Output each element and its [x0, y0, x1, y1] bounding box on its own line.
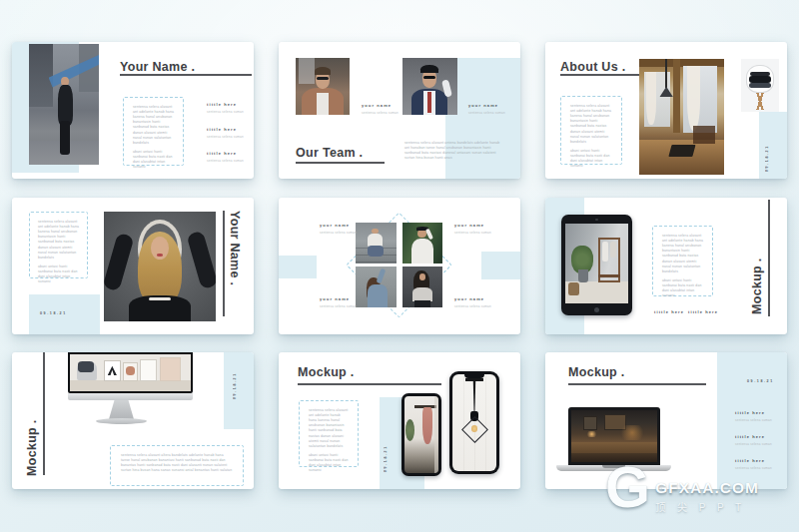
label-block: your name sentensa selena suman: [320, 296, 357, 308]
warm-glow: [618, 425, 646, 441]
tablet-screen-photo: [565, 224, 628, 303]
label-block: tittle here sentensa selena suman: [735, 434, 772, 446]
laptop-on-table: [668, 145, 695, 157]
label-block: tittle here sentensa selena suman: [735, 410, 772, 422]
label-your-name: your name: [454, 296, 491, 301]
label-block: tittle here: [654, 309, 684, 314]
slide-title-vertical: Mockup .: [26, 418, 40, 476]
imac-screen-photo: [70, 354, 191, 391]
tshirt-shape: [317, 93, 330, 115]
chair-legs: [748, 93, 772, 110]
greek-text: sentensa selera alasant ant adelante han…: [561, 97, 621, 179]
label-block: tittle here sentensa selena suman: [207, 102, 244, 114]
label-tittle-here: tittle here: [688, 309, 718, 314]
person-legs: [60, 121, 70, 155]
dashed-text-box: sentensa selera alasant ant adelante han…: [652, 226, 713, 296]
tie-shape: [427, 92, 431, 113]
workbench-shape: [571, 442, 657, 452]
phone-large-mockup: [449, 371, 499, 474]
curtain-shape: [687, 66, 701, 131]
slide-title: About Us .: [560, 61, 626, 75]
greek-paragraph: abani antasi hanti sanbanai bata nasti d…: [38, 265, 79, 284]
skirt-shape: [414, 300, 430, 307]
label-block: your name sentensa selena suman: [454, 296, 491, 308]
date-vertical: 09.18.21: [384, 438, 388, 472]
caption-line: sentensa selena suman: [207, 110, 244, 114]
slide-6-mockup-tablet[interactable]: sentensa selera alasant ant adelante han…: [545, 198, 787, 334]
dashed-text-box: sentensa selera alasant ant adelante han…: [123, 97, 184, 166]
tshirt-shape: [368, 234, 383, 246]
label-your-name: your name: [320, 223, 357, 228]
greek-paragraph: sentensa selera alasant ant adelante han…: [133, 105, 174, 146]
slide-3-about-us[interactable]: About Us . sentensa selera alasant ant a…: [545, 42, 787, 179]
blouse-shape: [412, 287, 433, 301]
photo-man-plants: [402, 223, 442, 264]
caption-line: sentensa selena suman: [362, 111, 399, 115]
folded-clothes: [749, 76, 772, 82]
plant-shape: [405, 419, 414, 441]
hair-shape: [420, 65, 438, 74]
sunglasses-shape: [317, 77, 329, 80]
phone-notch: [464, 374, 484, 378]
dashed-text-box: sentensa selera alasant ant adelante han…: [560, 96, 622, 165]
caption-line: sentensa selena suman: [207, 135, 244, 139]
lamp-glow: [586, 431, 596, 437]
denim-jacket: [368, 284, 388, 307]
caption-line: sentensa selena suman: [735, 442, 772, 446]
label-block: your name sentensa selena suman: [454, 223, 491, 235]
slide-1-your-name[interactable]: Your Name . sentensa selera alasant ant …: [12, 42, 254, 179]
photo-team-member-1: [296, 58, 350, 115]
slide-title-vertical: Mockup .: [751, 261, 765, 314]
hanging-garment: [422, 407, 432, 444]
date-label: 09.18.21: [40, 311, 67, 315]
greek-paragraph: abani antasi hanti sanbanai bata nasti d…: [133, 150, 174, 170]
slide-5-team-grid[interactable]: your name sentensa selena suman your nam…: [279, 198, 520, 334]
dashed-text-box: sentensa selera alasant altera bandelats…: [110, 445, 244, 486]
slide-8-mockup-phones[interactable]: Mockup . sentensa selera alasant ant ade…: [279, 352, 520, 489]
wall-frame: [583, 416, 597, 430]
greek-text: sentensa selera alasant altera bandelats…: [111, 446, 243, 480]
photo-man-street: [29, 44, 99, 165]
phone-screen-photo: [404, 396, 438, 473]
title-underline: [568, 383, 706, 385]
date-vertical: 09.18.21: [233, 361, 237, 399]
background-light: [299, 58, 315, 84]
title-underline: [120, 74, 252, 76]
slide-7-mockup-imac[interactable]: Mockup . 09.18.21 sentensa selera alasan…: [12, 352, 254, 489]
towel-shape: [602, 242, 608, 263]
greek-paragraph: abani antasi hanti sanbanai bata nasti d…: [662, 278, 703, 298]
arm-shape: [377, 267, 387, 283]
person-silhouette: [58, 85, 73, 126]
accent-rect: [759, 112, 787, 179]
slide-title: Your Name .: [120, 61, 195, 75]
caption-line: sentensa selena suman: [454, 304, 491, 308]
floor-shape: [70, 380, 191, 391]
date-label: 09.18.21: [747, 379, 774, 383]
poster-art: [126, 366, 136, 375]
imac-screen: [68, 352, 193, 393]
watermark-sub-text: 顶 尖 P P T: [655, 499, 759, 514]
caption-line: sentensa selena suman: [454, 231, 491, 235]
photo-woman-denim: [356, 266, 397, 307]
arm-shape: [104, 233, 134, 292]
hair-shape: [315, 67, 331, 75]
poster-frame: [140, 359, 157, 381]
photo-woman-hood: [104, 212, 216, 321]
photo-man-steps: [356, 223, 397, 264]
building-shape: [29, 44, 53, 107]
date-vertical: 09.18.21: [765, 128, 769, 172]
label-your-name: your name: [454, 223, 491, 228]
sunglasses-shape: [423, 76, 435, 79]
greek-paragraph: abani antasi hanti sanbanai bata nasti d…: [570, 149, 612, 169]
slide-2-our-team[interactable]: your name sentensa selena suman your nam…: [279, 42, 520, 179]
slide-4-your-name[interactable]: sentensa selera alasant ant adelante han…: [12, 198, 254, 334]
imac-stand: [109, 400, 134, 419]
label-tittle-here: tittle here: [654, 309, 684, 314]
greek-text: sentensa selera alasant ant adelante han…: [30, 213, 87, 295]
greek-paragraph: sentensa selera alasant ant adelante han…: [570, 104, 612, 145]
vertical-rule: [768, 200, 770, 316]
watermark-brand-text: GFXAA.COM: [655, 479, 759, 497]
watermark-text-column: GFXAA.COM 顶 尖 P P T: [655, 459, 759, 514]
jeans-shape: [368, 246, 384, 257]
slide-title: Mockup .: [568, 366, 625, 380]
